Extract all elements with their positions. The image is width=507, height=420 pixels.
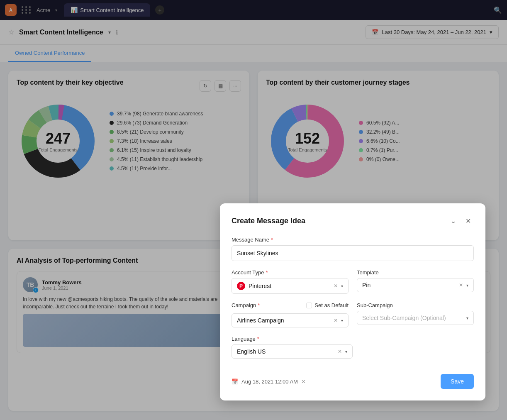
- modal-title: Create Message Idea: [232, 217, 305, 225]
- required-indicator: *: [266, 269, 268, 276]
- modal-footer: 📅 Aug 18, 2021 12:00 AM ✕ Save: [232, 367, 474, 389]
- campaign-row: Campaign * Set as Default Airlines Campa…: [232, 302, 474, 327]
- message-name-group: Message Name *: [232, 237, 474, 261]
- account-type-group: Account Type * P Pinterest ✕ ▾: [232, 269, 349, 294]
- pinterest-icon: P: [237, 282, 245, 290]
- subcampaign-placeholder: Select Sub-Campaign (Optional): [362, 315, 463, 321]
- language-select[interactable]: English US ✕ ▾: [232, 344, 353, 359]
- subcampaign-select[interactable]: Select Sub-Campaign (Optional) ▾: [357, 311, 474, 325]
- save-button[interactable]: Save: [441, 374, 474, 389]
- subcampaign-chevron-icon: ▾: [466, 316, 468, 320]
- schedule-date-display: 📅 Aug 18, 2021 12:00 AM ✕: [232, 378, 306, 385]
- message-name-label: Message Name *: [232, 237, 474, 243]
- modal-close-button[interactable]: ✕: [462, 215, 474, 227]
- set-default-checkbox[interactable]: [306, 303, 312, 308]
- language-label: Language *: [232, 336, 474, 342]
- message-name-input[interactable]: [232, 245, 474, 261]
- account-template-row: Account Type * P Pinterest ✕ ▾ Template …: [232, 269, 474, 294]
- template-select[interactable]: Pin ✕ ▾: [357, 278, 474, 292]
- schedule-date-clear-icon[interactable]: ✕: [301, 378, 306, 385]
- account-type-value: Pinterest: [249, 283, 330, 289]
- set-default-label: Set as Default: [314, 302, 349, 308]
- language-group: Language * English US ✕ ▾: [232, 336, 474, 359]
- modal-header-actions: ⌄ ✕: [447, 215, 474, 227]
- campaign-value: Airlines Campaign: [237, 317, 330, 324]
- template-chevron-icon: ▾: [466, 283, 468, 288]
- subcampaign-group: Sub-Campaign Select Sub-Campaign (Option…: [357, 302, 474, 327]
- campaign-group: Campaign * Set as Default Airlines Campa…: [232, 302, 349, 327]
- modal-minimize-button[interactable]: ⌄: [447, 215, 459, 227]
- template-value: Pin: [362, 282, 456, 288]
- campaign-select[interactable]: Airlines Campaign ✕ ▾: [232, 313, 349, 327]
- campaign-clear-icon[interactable]: ✕: [334, 317, 338, 323]
- modal-header: Create Message Idea ⌄ ✕: [232, 215, 474, 227]
- campaign-label: Campaign *: [232, 302, 260, 308]
- required-indicator: *: [257, 336, 259, 342]
- account-type-label: Account Type *: [232, 269, 349, 276]
- account-type-select[interactable]: P Pinterest ✕ ▾: [232, 278, 349, 294]
- template-label: Template: [357, 269, 474, 276]
- language-chevron-icon: ▾: [345, 349, 347, 354]
- account-type-clear-icon[interactable]: ✕: [334, 283, 338, 289]
- subcampaign-label: Sub-Campaign: [357, 302, 474, 308]
- language-clear-icon[interactable]: ✕: [338, 349, 342, 354]
- campaign-chevron-icon: ▾: [341, 318, 343, 323]
- language-value: English US: [237, 348, 334, 355]
- account-type-chevron-icon: ▾: [341, 284, 343, 288]
- schedule-calendar-icon: 📅: [232, 378, 238, 385]
- template-group: Template Pin ✕ ▾: [357, 269, 474, 294]
- schedule-date-text: Aug 18, 2021 12:00 AM: [241, 378, 298, 385]
- template-clear-icon[interactable]: ✕: [459, 282, 463, 288]
- create-message-modal: Create Message Idea ⌄ ✕ Message Name * A…: [220, 203, 485, 400]
- required-indicator: *: [258, 302, 260, 308]
- set-default-wrapper: Set as Default: [306, 302, 349, 308]
- required-indicator: *: [271, 237, 273, 243]
